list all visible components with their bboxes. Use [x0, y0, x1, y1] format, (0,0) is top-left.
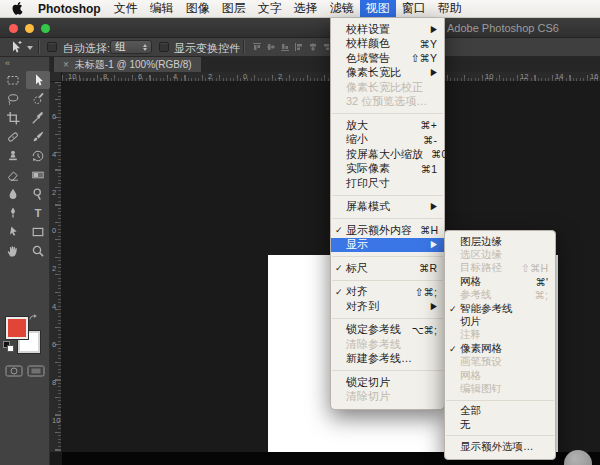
tool-type[interactable]: T: [26, 204, 50, 222]
menubar-filter[interactable]: 滤镜: [324, 0, 360, 17]
close-button[interactable]: [9, 24, 18, 33]
menu-item-clear-slices: 清除切片: [331, 390, 444, 405]
apple-icon[interactable]: [0, 0, 31, 17]
submenu-arrow-icon: ▶: [431, 240, 437, 250]
menu-item-selection-edges: 选区边缘: [445, 248, 555, 261]
tool-history-brush[interactable]: [26, 147, 50, 165]
menubar-window[interactable]: 窗口: [396, 0, 432, 17]
menu-item-zoom-out[interactable]: 缩小⌘-: [331, 133, 444, 148]
tool-brush[interactable]: [26, 128, 50, 146]
menu-item-rulers[interactable]: ✓标尺⌘R: [331, 261, 444, 276]
zoom-icon: [31, 244, 45, 258]
check-icon: ✓: [449, 344, 460, 354]
ruler-number: 6: [138, 72, 142, 81]
menu-item-all[interactable]: 全部: [445, 405, 555, 418]
tool-clone-stamp[interactable]: [1, 147, 25, 165]
document-tab[interactable]: × 未标题-1 @ 100%(RGB/8): [54, 57, 201, 72]
menu-item-pixel-grid[interactable]: ✓像素网格: [445, 342, 555, 355]
menu-item-gamut-warning[interactable]: 色域警告⇧⌘Y: [331, 51, 444, 66]
menu-item-fit-on-screen[interactable]: 按屏幕大小缩放⌘0: [331, 147, 444, 162]
menubar-file[interactable]: 文件: [108, 0, 144, 17]
tool-dodge[interactable]: [26, 185, 50, 203]
tab-title: 未标题-1 @ 100%(RGB/8): [75, 58, 192, 72]
menu-item-slices[interactable]: 切片: [445, 315, 555, 328]
swap-colors-icon[interactable]: [28, 309, 38, 327]
ruler-number: 2: [278, 72, 282, 81]
ruler-number: 10: [68, 72, 76, 81]
menubar-layer[interactable]: 图层: [216, 0, 252, 17]
menubar-type[interactable]: 文字: [252, 0, 288, 17]
tool-eraser[interactable]: [1, 166, 25, 184]
menu-item-layer-edges[interactable]: 图层边缘: [445, 235, 555, 248]
menu-item-actual-pixels[interactable]: 实际像素⌘1: [331, 162, 444, 177]
menu-item-snap[interactable]: ✓对齐⇧⌘;: [331, 285, 444, 300]
tool-lasso[interactable]: [1, 90, 25, 108]
tool-healing-brush[interactable]: [1, 128, 25, 146]
screen-mode-button[interactable]: [27, 363, 45, 381]
menubar-select[interactable]: 选择: [288, 0, 324, 17]
menu-item-print-size[interactable]: 打印尺寸: [331, 176, 444, 191]
menu-item-smart-guides[interactable]: ✓智能参考线: [445, 302, 555, 315]
tool-pen[interactable]: [1, 204, 25, 222]
menubar-image[interactable]: 图像: [180, 0, 216, 17]
zoom-button[interactable]: [41, 24, 50, 33]
menubar-edit[interactable]: 编辑: [144, 0, 180, 17]
tool-move[interactable]: [26, 71, 50, 89]
menu-item-clear-guides: 清除参考线: [331, 337, 444, 352]
menu-item-zoom-in[interactable]: 放大⌘+: [331, 118, 444, 133]
tab-close-icon[interactable]: ×: [63, 59, 69, 70]
menu-item-snap-to[interactable]: 对齐到▶: [331, 299, 444, 314]
menu-item-show-extras[interactable]: ✓显示额外内容⌘H: [331, 223, 444, 238]
check-icon: ✓: [335, 263, 346, 273]
ruler-number: 4: [52, 150, 56, 159]
menu-item-grid[interactable]: 网格⌘': [445, 275, 555, 288]
tool-path-selection[interactable]: [1, 223, 25, 241]
auto-select-dropdown[interactable]: 组: [110, 40, 152, 54]
tool-quick-selection[interactable]: [26, 90, 50, 108]
clone-stamp-icon: [6, 149, 20, 163]
menu-item-lock-guides[interactable]: 锁定参考线⌥⌘;: [331, 323, 444, 338]
menu-separator: [332, 256, 443, 257]
align-left-edges-icon: [294, 42, 304, 52]
check-icon: ✓: [335, 287, 346, 297]
foreground-color-swatch[interactable]: [6, 317, 28, 339]
hand-icon: [6, 244, 20, 258]
menu-item-none[interactable]: 无: [445, 418, 555, 431]
menu-separator: [332, 370, 443, 371]
tool-hand[interactable]: [1, 242, 25, 260]
tool-crop[interactable]: [1, 109, 25, 127]
tool-rectangle[interactable]: [26, 223, 50, 241]
menu-separator: [332, 318, 443, 319]
menu-item-show-extras-options[interactable]: 显示额外选项…: [445, 440, 555, 453]
menu-item-proof-colors[interactable]: 校样颜色⌘Y: [331, 37, 444, 52]
menubar-help[interactable]: 帮助: [432, 0, 468, 17]
menu-item-lock-slices[interactable]: 锁定切片: [331, 375, 444, 390]
menu-item-screen-mode[interactable]: 屏幕模式▶: [331, 200, 444, 215]
tool-blur[interactable]: [1, 185, 25, 203]
menu-separator: [332, 280, 443, 281]
menubar-view[interactable]: 视图: [360, 0, 396, 17]
chevron-down-icon[interactable]: [27, 46, 33, 50]
menu-item-brush-preset: 画笔预设: [445, 356, 555, 369]
show-transform-checkbox[interactable]: [159, 42, 169, 52]
auto-select-checkbox[interactable]: [47, 42, 57, 52]
pen-icon: [6, 206, 20, 220]
blur-icon: [6, 187, 20, 201]
minimize-button[interactable]: [25, 24, 34, 33]
tool-zoom[interactable]: [26, 242, 50, 260]
collapse-panel-button[interactable]: «: [0, 57, 49, 70]
ruler-number: 10: [52, 416, 60, 425]
menu-item-proof-setup[interactable]: 校样设置▶: [331, 22, 444, 37]
default-colors-icon[interactable]: [3, 341, 14, 352]
menubar-photoshop[interactable]: Photoshop: [31, 0, 108, 17]
menu-item-show[interactable]: 显示▶: [331, 238, 444, 253]
quick-mask-button[interactable]: [5, 363, 23, 381]
ruler-number: 10: [485, 72, 493, 81]
tool-eyedropper[interactable]: [26, 109, 50, 127]
tool-gradient[interactable]: [26, 166, 50, 184]
menu-item-pixel-aspect-ratio[interactable]: 像素长宽比▶: [331, 66, 444, 81]
auto-select-value: 组: [115, 40, 126, 54]
menu-item-new-guide[interactable]: 新建参考线…: [331, 352, 444, 367]
move-tool-preset-icon[interactable]: [8, 40, 22, 56]
tool-marquee[interactable]: [1, 71, 25, 89]
